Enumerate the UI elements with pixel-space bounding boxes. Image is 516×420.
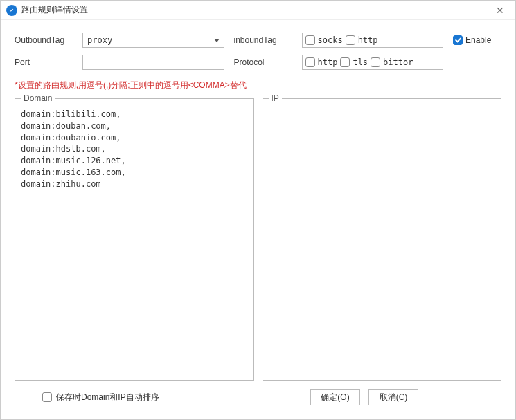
inbound-socks-checkbox[interactable] [305, 35, 315, 45]
protocol-bittor-label: bittor [383, 57, 413, 67]
ip-textarea-wrap [265, 106, 500, 378]
footer-right: 确定(O) 取消(C) [310, 389, 418, 405]
cancel-button[interactable]: 取消(C) [368, 389, 418, 405]
content-area: OutboundTag proxy inboundTag socks http … [1, 20, 515, 419]
ip-textarea[interactable] [265, 106, 500, 378]
close-button[interactable]: ✕ [490, 3, 510, 17]
domain-textarea[interactable] [17, 106, 252, 378]
form-grid: OutboundTag proxy inboundTag socks http … [15, 33, 501, 70]
ip-panel: IP [263, 98, 502, 381]
inbound-tag-field[interactable]: socks http [302, 33, 444, 48]
enable-row: Enable [453, 35, 501, 45]
autosort-checkbox[interactable] [42, 392, 52, 402]
protocol-label: Protocol [234, 57, 296, 67]
protocol-tls-label: tls [353, 57, 368, 67]
footer-left: 保存时Domain和IP自动排序 [42, 392, 302, 403]
dialog-window: 路由规则详情设置 ✕ OutboundTag proxy inboundTag … [0, 0, 516, 420]
protocol-row: Protocol http tls bittor [234, 55, 444, 70]
outbound-tag-combo[interactable]: proxy [82, 33, 224, 48]
hint-text: *设置的路由规则,用逗号(,)分隔;正则中的逗号用<COMMA>替代 [15, 80, 501, 91]
app-icon [6, 5, 17, 16]
port-input[interactable] [82, 55, 224, 70]
domain-panel: Domain [15, 98, 254, 381]
outbound-tag-label: OutboundTag [15, 35, 77, 45]
inbound-http-checkbox[interactable] [346, 35, 355, 45]
protocol-http-label: http [318, 57, 338, 67]
window-title: 路由规则详情设置 [21, 4, 490, 16]
protocol-http-checkbox[interactable] [305, 57, 315, 67]
outbound-tag-value: proxy [87, 35, 112, 45]
protocol-tls-checkbox[interactable] [340, 57, 350, 67]
port-row: Port [15, 55, 224, 70]
autosort-label: 保存时Domain和IP自动排序 [56, 392, 159, 403]
domain-panel-title: Domain [21, 93, 55, 103]
outbound-tag-row: OutboundTag proxy [15, 33, 224, 48]
ok-button[interactable]: 确定(O) [310, 389, 360, 405]
protocol-field[interactable]: http tls bittor [302, 55, 444, 70]
ip-panel-title: IP [269, 93, 282, 103]
enable-checkbox[interactable] [453, 35, 463, 45]
inbound-tag-row: inboundTag socks http [234, 33, 444, 48]
protocol-bittor-checkbox[interactable] [371, 57, 380, 67]
enable-label: Enable [465, 35, 491, 45]
panels-row: Domain IP [15, 98, 501, 381]
domain-textarea-wrap [17, 106, 252, 378]
inbound-tag-label: inboundTag [234, 35, 296, 45]
port-label: Port [15, 57, 77, 67]
inbound-http-label: http [358, 35, 378, 45]
inbound-socks-label: socks [318, 35, 343, 45]
titlebar: 路由规则详情设置 ✕ [1, 1, 515, 20]
footer: 保存时Domain和IP自动排序 确定(O) 取消(C) [15, 381, 501, 414]
